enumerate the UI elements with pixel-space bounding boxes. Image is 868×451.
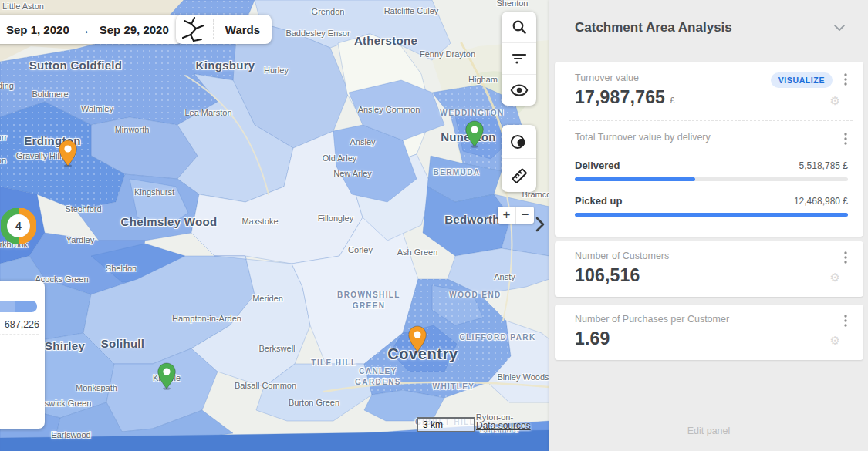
collapse-panel-button[interactable] (531, 214, 549, 235)
gear-icon[interactable]: ⚙ (830, 334, 840, 348)
purchases-label: Number of Purchases per Customer (575, 314, 833, 325)
currency-symbol: £ (670, 96, 674, 105)
collapse-section-button[interactable] (834, 25, 845, 32)
orange-map-pin[interactable] (58, 140, 78, 167)
kebab-icon (844, 251, 847, 264)
search-button[interactable] (502, 12, 536, 42)
visibility-button[interactable] (502, 74, 536, 106)
kebab-icon (844, 73, 847, 86)
delivery-row-pickedup: Picked up 12,468,980 £ (575, 195, 853, 217)
panel-header: Catchment Area Analysis (549, 0, 868, 56)
gear-icon[interactable]: ⚙ (830, 94, 840, 108)
choropleth-map[interactable]: Little AstonShentonGrendonRatcliffe Cule… (0, 0, 549, 451)
data-sources-link[interactable]: Data sources (476, 420, 531, 431)
legend-segment (15, 301, 37, 312)
delivery-label: Total Turnover value by delivery (575, 132, 833, 143)
orange-map-pin[interactable] (407, 325, 427, 353)
legend-range-slider[interactable] (0, 301, 37, 312)
purchases-value: 1.69 (575, 328, 833, 349)
map-scale-bar: 3 km (417, 417, 475, 432)
layer-selector[interactable]: Wards (176, 15, 272, 44)
ruler-icon (509, 166, 529, 186)
filter-button[interactable] (502, 42, 536, 74)
progress-fill (575, 213, 848, 217)
customers-label: Number of Customers (575, 251, 833, 261)
legend-segment (0, 301, 15, 312)
date-start: Sep 1, 2020 (6, 23, 69, 36)
zoom-controls: + − (498, 207, 534, 224)
kebab-icon (844, 315, 847, 327)
progress-track (575, 177, 848, 181)
customers-value: 106,516 (575, 265, 833, 286)
purchases-card: Number of Purchases per Customer 1.69 ⚙ (555, 305, 863, 360)
progress-track (575, 213, 848, 217)
date-end: Sep 29, 2020 (100, 23, 169, 36)
search-icon (510, 18, 529, 36)
measure-button[interactable] (502, 158, 536, 192)
cluster-count: 4 (1, 208, 36, 244)
more-options-button[interactable] (839, 132, 853, 146)
chevron-down-icon (834, 25, 845, 32)
delivery-row-delivered: Delivered 5,518,785 £ (575, 160, 853, 181)
layer-label: Wards (214, 23, 272, 36)
panel-title: Catchment Area Analysis (575, 20, 834, 35)
map-tools (502, 12, 536, 106)
row-value: 5,518,785 £ (799, 160, 848, 171)
zoom-in-button[interactable]: + (498, 207, 515, 224)
turnover-value: 17,987,765£ (575, 87, 771, 108)
marker-cluster[interactable]: 4 (1, 208, 36, 244)
customers-card: Number of Customers 106,516 ⚙ (555, 241, 863, 297)
green-map-pin[interactable] (157, 362, 177, 390)
scale-label: 3 km (423, 419, 443, 430)
visualize-button[interactable]: VISUALIZE (771, 72, 833, 88)
row-label: Delivered (575, 160, 799, 171)
ward-boundaries-icon (176, 15, 213, 43)
map-tiles (0, 0, 549, 451)
more-options-button[interactable] (839, 72, 853, 86)
divider (569, 120, 853, 121)
analysis-panel: Catchment Area Analysis Turnover value 1… (549, 0, 868, 451)
chevron-right-icon (535, 216, 545, 233)
turnover-card: Turnover value 17,987,765£ VISUALIZE ⚙ T… (555, 62, 863, 237)
row-value: 12,468,980 £ (794, 196, 848, 207)
catchment-dashboard: Little AstonShentonGrendonRatcliffe Cule… (0, 0, 868, 451)
date-range-picker[interactable]: Sep 1, 2020 → Sep 29, 2020 (0, 15, 183, 44)
contrast-icon (510, 133, 529, 151)
more-options-button[interactable] (839, 314, 853, 328)
green-map-pin[interactable] (464, 120, 485, 148)
arrow-right-icon: → (79, 23, 90, 36)
kebab-icon (844, 133, 847, 145)
legend-max-value: 687,226 (5, 319, 39, 330)
progress-fill (575, 177, 695, 181)
filter-icon (510, 49, 529, 68)
turnover-label: Turnover value (575, 72, 771, 83)
choropleth-legend: 687,226 (0, 281, 45, 429)
more-options-button[interactable] (839, 251, 853, 264)
contrast-button[interactable] (502, 125, 536, 158)
map-tools-2 (502, 125, 536, 192)
row-label: Picked up (575, 195, 794, 207)
eye-icon (510, 81, 529, 99)
divider (0, 334, 39, 335)
edit-panel-button[interactable]: Edit panel (549, 426, 868, 436)
gear-icon[interactable]: ⚙ (830, 271, 840, 284)
